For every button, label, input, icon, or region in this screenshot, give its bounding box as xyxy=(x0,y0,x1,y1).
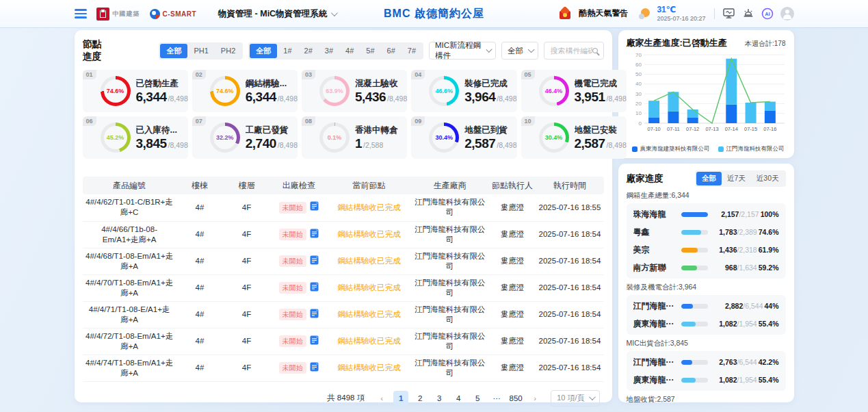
block-tab-0[interactable]: 全部 xyxy=(250,44,277,58)
card-total: /8,498 xyxy=(607,94,627,103)
table-row[interactable]: 4#/4/70/T1-08-Em/A1+走廊+A 4# 4F 未開始 鋼結構驗收… xyxy=(83,274,604,301)
page-size-select[interactable]: 10 項/頁 xyxy=(551,390,599,407)
vendor-total: /6,544 xyxy=(743,302,763,310)
prev-page-button[interactable]: ‹ xyxy=(374,391,389,406)
status-badge: 未開始 xyxy=(279,255,306,267)
svg-text:50: 50 xyxy=(635,71,642,77)
table-row[interactable]: 4#/4/66/T1b-08-Em/A1+走廊+A 4# 4F 未開始 鋼結構驗… xyxy=(83,221,604,248)
cell-product-code: 4#/4/66/T1b-08-Em/A1+走廊+A xyxy=(83,221,176,248)
donut-chart: 0.1% xyxy=(319,123,350,153)
page-button-850[interactable]: 850 xyxy=(508,391,523,406)
project-title: BMC 啟德簡約公屋 xyxy=(384,7,484,21)
svg-text:10: 10 xyxy=(635,110,642,116)
document-icon[interactable] xyxy=(310,255,319,268)
node-progress-card[interactable]: 08 0.1% 香港中轉倉 1/2,588 xyxy=(302,116,407,159)
page-button-3[interactable]: 3 xyxy=(432,391,447,406)
cell-current-node: 鋼結構驗收已完成 xyxy=(328,194,411,221)
status-badge: 未開始 xyxy=(279,229,306,240)
node-progress-card[interactable]: 04 46.6% 裝修已完成 3,964/8,498 xyxy=(411,70,516,112)
block-tab-3[interactable]: 3# xyxy=(319,44,339,58)
search-input[interactable] xyxy=(550,47,592,55)
table-row[interactable]: 4#/4/74/T1-08-Em/A1+走廊+A 4# 4F 未開始 鋼結構驗收… xyxy=(83,355,604,381)
table-row[interactable]: 4#/4/68/T1-08-Em/A1+走廊+A 4# 4F 未開始 鋼結構驗收… xyxy=(83,248,604,274)
cell-executor: 婁應澄 xyxy=(489,355,536,381)
svg-text:07-10: 07-10 xyxy=(647,126,660,132)
sun-cloud-icon xyxy=(639,8,650,19)
column-header-7: 執行時間 xyxy=(536,177,603,194)
cell-vendor: 江門海龍科技有限公司 xyxy=(411,221,489,248)
module-switcher[interactable]: 物資管理 - MiC物資管理系統 xyxy=(218,8,336,20)
svg-text:60: 60 xyxy=(635,62,642,68)
document-icon[interactable] xyxy=(310,282,319,294)
scope-select[interactable]: 全部 xyxy=(501,42,538,60)
chevron-down-icon xyxy=(486,46,492,52)
block-tab-1[interactable]: 1# xyxy=(277,44,298,58)
block-tab-5[interactable]: 5# xyxy=(360,44,380,58)
node-progress-card[interactable]: 07 32.2% 工廠已發貨 2,740/8,498 xyxy=(192,116,298,159)
document-icon[interactable] xyxy=(310,362,319,374)
table-row[interactable]: 4#/4/71/T1-08-E/A1+走廊+A 4# 4F 未開始 鋼結構驗收已… xyxy=(83,301,604,328)
node-progress-card[interactable]: 05 46.4% 機電已完成 3,951/8,498 xyxy=(521,70,627,112)
svg-text:07-11: 07-11 xyxy=(667,126,680,132)
document-icon[interactable] xyxy=(310,309,319,321)
user-avatar[interactable] xyxy=(780,7,794,21)
document-icon[interactable] xyxy=(310,229,319,241)
page-size-value: 10 項/頁 xyxy=(557,393,584,403)
block-tab-2[interactable]: 2# xyxy=(298,44,319,58)
page-button-4[interactable]: 4 xyxy=(451,391,466,406)
factory-bar-chart: 01020304050607007-1007-1107-1207-1307-14… xyxy=(627,49,786,144)
process-type-select[interactable]: MIC新流程鋼構件 xyxy=(429,42,496,60)
vendor-progress-title: 廠家進度 xyxy=(627,172,663,185)
node-progress-card[interactable]: 03 63.9% 混凝土驗收 5,436/8,498 xyxy=(302,70,407,112)
document-icon[interactable] xyxy=(310,201,319,214)
vendor-tab-1[interactable]: 近7天 xyxy=(722,172,751,185)
node-progress-card[interactable]: 10 30.4% 地盤已安裝 2,587/8,498 xyxy=(521,116,627,159)
page-button-1[interactable]: 1 xyxy=(393,391,408,406)
vendor-value: 968 xyxy=(725,263,737,272)
node-progress-card[interactable]: 02 74.6% 鋼結構驗... 6,344/8,498 xyxy=(192,70,298,112)
hamburger-menu-icon[interactable] xyxy=(75,9,87,18)
table-row[interactable]: 4#/4/72/T1-08-Em/A1+走廊+A 4# 4F 未開始 鋼結構驗收… xyxy=(83,328,604,355)
search-icon[interactable] xyxy=(592,48,598,53)
column-header-1: 樓棟 xyxy=(176,177,224,194)
vendor-tab-2[interactable]: 近30天 xyxy=(751,172,785,185)
vendor-name: 美宗 xyxy=(633,244,676,256)
page-button-5[interactable]: 5 xyxy=(470,391,485,406)
next-page-button[interactable]: › xyxy=(527,391,542,406)
vendor-percent: 55.4% xyxy=(759,376,779,384)
donut-percent: 30.4% xyxy=(435,134,453,141)
page-button-2[interactable]: 2 xyxy=(412,391,428,406)
phase-tab-0[interactable]: 全部 xyxy=(160,44,187,58)
node-progress-card[interactable]: 09 30.4% 地盤已到貨 2,587/8,498 xyxy=(411,116,516,159)
card-label: 香港中轉倉 xyxy=(355,125,398,136)
cell-floor: 4F xyxy=(223,194,270,221)
card-index: 10 xyxy=(521,116,535,126)
node-progress-card[interactable]: 06 45.2% 已入庫待... 3,845/8,498 xyxy=(83,116,188,159)
ai-assistant-icon[interactable]: AI xyxy=(761,8,774,20)
cell-executor: 婁應澄 xyxy=(489,248,536,274)
card-value: 2,587 xyxy=(464,136,495,151)
donut-percent: 46.6% xyxy=(435,88,453,94)
card-label: 已啓動生產 xyxy=(136,78,188,90)
vendor-section-label: 裝修及機電合計:3,964 xyxy=(627,283,786,292)
vendor-progress-bar xyxy=(681,248,708,253)
vendor-progress-row: 美宗 1,436/2,31861.9% xyxy=(633,241,779,259)
card-total: /8,498 xyxy=(168,141,188,149)
phase-tab-1[interactable]: PH1 xyxy=(187,44,214,58)
document-icon[interactable] xyxy=(310,335,319,348)
phase-tab-2[interactable]: PH2 xyxy=(215,44,241,58)
card-value: 3,964 xyxy=(464,90,495,104)
block-tab-4[interactable]: 4# xyxy=(339,44,360,58)
alarm-bell-icon[interactable] xyxy=(742,8,754,20)
node-progress-card[interactable]: 01 74.6% 已啓動生產 6,344/8,498 xyxy=(83,70,188,112)
donut-percent: 32.2% xyxy=(216,134,234,141)
card-label: 工廠已發貨 xyxy=(246,125,298,136)
vendor-tab-0[interactable]: 全部 xyxy=(696,172,722,185)
block-tab-7[interactable]: 7# xyxy=(402,44,422,58)
cell-executor: 婁應澄 xyxy=(489,301,536,328)
cell-building: 4# xyxy=(176,274,224,301)
table-row[interactable]: 4#/4/62/T1-01-C/B1R+走廊+C 4# 4F 未開始 鋼結構驗收… xyxy=(83,194,604,221)
block-tab-6[interactable]: 6# xyxy=(381,44,402,58)
monitor-icon[interactable] xyxy=(723,8,735,20)
pagination-total: 共 8498 項 xyxy=(327,393,365,403)
